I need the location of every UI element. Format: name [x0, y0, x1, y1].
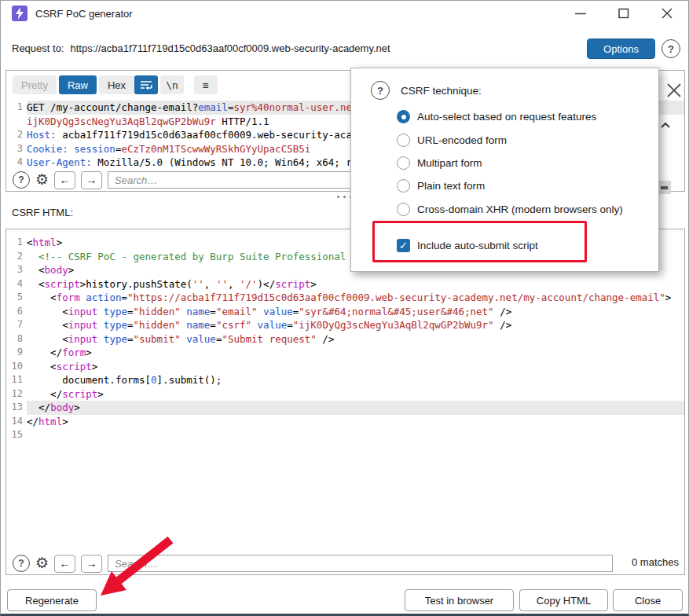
- close-dialog-button[interactable]: Close: [613, 589, 683, 611]
- line-content: </html>: [27, 415, 684, 429]
- auto-submit-checkbox-row[interactable]: ✓ Include auto-submit script: [397, 239, 538, 252]
- regenerate-button[interactable]: Regenerate: [7, 589, 97, 611]
- title-bar: CSRF PoC generator: [1, 1, 688, 26]
- line-content: <script>history.pushState('', '', '/')</…: [27, 277, 684, 292]
- line-number: 8: [6, 332, 27, 346]
- burp-bolt-icon: [12, 6, 27, 21]
- tab-hex[interactable]: Hex: [99, 75, 134, 94]
- code-line[interactable]: 5 <form action="https://acba1f711f719d15…: [6, 291, 684, 305]
- code-line[interactable]: 10 <script>: [6, 360, 684, 374]
- editor-toolbar: \n ≡: [134, 75, 218, 94]
- radio-selected-icon[interactable]: [397, 110, 410, 123]
- code-line[interactable]: 8 <input type="submit" value="Submit req…: [6, 332, 684, 346]
- csrf-poc-generator-dialog: CSRF PoC generator Request to:https://ac…: [0, 0, 689, 616]
- line-content: <input type="hidden" name="csrf" value="…: [27, 318, 684, 332]
- next-match-button[interactable]: →: [81, 555, 102, 573]
- checkbox-checked-icon[interactable]: ✓: [397, 239, 410, 252]
- line-content: <input type="hidden" name="email" value=…: [27, 305, 684, 319]
- line-number: 5: [6, 291, 27, 305]
- arrow-left-icon: ←: [60, 557, 71, 570]
- next-match-button[interactable]: →: [81, 171, 102, 189]
- technique-options-list: Auto-select based on request featuresURL…: [397, 105, 623, 221]
- radio-option-auto-select-based-on-request-features[interactable]: Auto-select based on request features: [397, 105, 623, 128]
- line-content: <form action="https://acba1f711f719d15c0…: [27, 291, 684, 305]
- line-number: 12: [6, 387, 27, 402]
- popup-help-button[interactable]: ?: [371, 81, 390, 100]
- search-help-button[interactable]: ?: [13, 171, 30, 189]
- radio-icon[interactable]: [397, 156, 410, 170]
- code-line[interactable]: 7 <input type="hidden" name="csrf" value…: [6, 318, 684, 332]
- tab-pretty[interactable]: Pretty: [13, 75, 57, 94]
- question-icon: ?: [377, 85, 383, 97]
- line-number: 10: [6, 360, 27, 374]
- word-wrap-button[interactable]: [134, 75, 158, 94]
- line-number: 2: [6, 128, 27, 142]
- code-line[interactable]: 6 <input type="hidden" name="email" valu…: [6, 305, 684, 319]
- line-content: <script>: [27, 360, 684, 374]
- line-number: 14: [6, 415, 27, 429]
- previous-match-button[interactable]: ←: [54, 555, 75, 573]
- options-button[interactable]: Options: [587, 38, 655, 59]
- line-number: 1: [6, 236, 27, 250]
- line-number: 3: [6, 142, 27, 156]
- search-help-button[interactable]: ?: [13, 555, 30, 572]
- line-number: 4: [6, 277, 27, 292]
- maximize-button[interactable]: [610, 2, 637, 24]
- gear-icon[interactable]: ⚙: [35, 555, 49, 572]
- csrf-search-input[interactable]: [108, 555, 613, 572]
- radio-option-url-encoded-form[interactable]: URL-encoded form: [397, 128, 623, 151]
- close-window-button[interactable]: [654, 2, 680, 24]
- radio-label: Cross-domain XHR (modern browsers only): [417, 204, 623, 215]
- help-button[interactable]: ?: [662, 39, 680, 58]
- menu-button[interactable]: ≡: [194, 75, 218, 94]
- radio-label: Multipart form: [417, 157, 482, 169]
- request-url: https://acba1f711f719d15c0d63aaf00cf0009…: [71, 42, 390, 54]
- radio-option-multipart-form[interactable]: Multipart form: [397, 152, 623, 174]
- line-number: 13: [6, 401, 27, 415]
- previous-match-button[interactable]: ←: [54, 171, 75, 189]
- csrf-technique-popup: ? CSRF technique: Auto-select based on r…: [350, 68, 659, 272]
- radio-option-cross-domain-xhr-modern-browsers-only[interactable]: Cross-domain XHR (modern browsers only): [397, 198, 623, 221]
- request-to-label: Request to:: [12, 42, 64, 54]
- chevron-up-icon[interactable]: [659, 119, 672, 134]
- popup-header: ? CSRF technique:: [371, 81, 482, 100]
- radio-label: URL-encoded form: [417, 134, 507, 146]
- code-line[interactable]: 9 </form>: [6, 346, 684, 360]
- code-line[interactable]: 4 <script>history.pushState('', '', '/')…: [6, 277, 684, 292]
- radio-label: Plain text form: [417, 180, 485, 192]
- line-content: <input type="submit" value="Submit reque…: [27, 332, 684, 346]
- tab-raw[interactable]: Raw: [59, 75, 97, 94]
- question-icon: ?: [668, 43, 674, 55]
- line-content: document.forms[0].submit();: [27, 373, 684, 387]
- csrf-html-code[interactable]: 1<html>2 <!-- CSRF PoC - generated by Bu…: [6, 236, 684, 549]
- line-content: </script>: [27, 387, 684, 402]
- radio-option-plain-text-form[interactable]: Plain text form: [397, 174, 623, 197]
- copy-html-button[interactable]: Copy HTML: [519, 589, 608, 611]
- newline-toggle-button[interactable]: \n: [160, 75, 184, 94]
- popup-title: CSRF technique:: [401, 85, 482, 97]
- line-number: 15: [6, 428, 27, 442]
- scrollbar-thumb[interactable]: [659, 181, 671, 194]
- editor-tabs: PrettyRawHex: [13, 75, 134, 94]
- csrf-search-bar: ? ⚙ ← →: [6, 552, 684, 574]
- csrf-html-label: CSRF HTML:: [12, 207, 73, 218]
- radio-icon[interactable]: [397, 179, 410, 192]
- radio-icon[interactable]: [397, 134, 410, 147]
- test-in-browser-button[interactable]: Test in browser: [405, 589, 514, 611]
- radio-icon[interactable]: [397, 203, 410, 216]
- line-number: 1: [6, 101, 27, 115]
- code-line[interactable]: 13 </body>: [6, 401, 684, 415]
- arrow-left-icon: ←: [60, 174, 71, 186]
- code-line[interactable]: 15: [6, 428, 684, 442]
- csrf-html-editor-panel: 1<html>2 <!-- CSRF PoC - generated by Bu…: [5, 229, 685, 575]
- minimize-button[interactable]: [567, 2, 594, 24]
- line-number: 6: [6, 305, 27, 319]
- radio-label: Auto-select based on request features: [417, 111, 596, 123]
- code-line[interactable]: 14</html>: [6, 415, 684, 429]
- checkbox-label: Include auto-submit script: [417, 240, 538, 251]
- gear-icon[interactable]: ⚙: [35, 171, 49, 189]
- line-number: [6, 115, 27, 129]
- code-line[interactable]: 11 document.forms[0].submit();: [6, 373, 684, 387]
- code-line[interactable]: 12 </script>: [6, 387, 684, 402]
- close-popup-button[interactable]: [665, 82, 683, 99]
